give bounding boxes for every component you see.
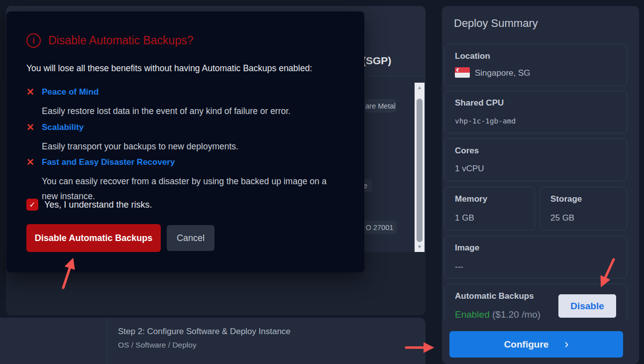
- chip-iso-27001-label: O 27001: [366, 224, 394, 232]
- configure-button[interactable]: Configure ›: [449, 331, 623, 358]
- image-value: ---: [455, 262, 463, 272]
- location-label: Location: [455, 51, 490, 61]
- cancel-button[interactable]: Cancel: [167, 225, 215, 251]
- chip-bare-metal-label: are Metal: [365, 102, 395, 110]
- step-footer: Step 2: Configure Software & Deploy Inst…: [0, 318, 426, 364]
- benefit-item: ✕ Fast and Easy Disaster Recovery You ca…: [26, 156, 345, 204]
- cores-card: Cores 1 vCPU: [444, 138, 627, 181]
- benefit-description: Easily transport your backups to new dep…: [42, 139, 345, 154]
- deploy-summary-title: Deploy Summary: [454, 17, 538, 30]
- image-card: Image ---: [444, 236, 627, 278]
- backups-price: ($1.20 /mo): [492, 309, 540, 320]
- benefit-title: Peace of Mind: [42, 87, 99, 97]
- benefit-item: ✕ Peace of Mind Easily restore lost data…: [26, 86, 345, 119]
- backups-label: Automatic Backups: [455, 291, 534, 301]
- storage-card: Storage 25 GB: [540, 187, 627, 231]
- x-icon: ✕: [26, 121, 35, 133]
- memory-label: Memory: [455, 194, 487, 204]
- memory-card: Memory 1 GB: [444, 187, 535, 231]
- backups-card-clip: Automatic Backups Enabled ($1.20 /mo) Di…: [444, 284, 627, 322]
- benefit-title: Scalability: [42, 122, 84, 132]
- scrollbar-thumb[interactable]: [417, 99, 423, 242]
- x-icon: ✕: [26, 86, 35, 98]
- storage-value: 25 GB: [550, 213, 574, 223]
- location-value: Singapore, SG: [475, 68, 531, 78]
- modal-intro-text: You will lose all these benefits without…: [26, 63, 312, 74]
- plan-label: Shared CPU: [455, 98, 504, 108]
- risk-checkbox-label: Yes, I understand the risks.: [44, 200, 152, 210]
- configure-button-label: Configure: [504, 339, 549, 350]
- backups-status: Enabled: [455, 309, 490, 320]
- plan-card: Shared CPU vhp-1c-1gb-amd: [444, 91, 627, 133]
- memory-value: 1 GB: [455, 213, 474, 223]
- benefit-title: Fast and Easy Disaster Recovery: [42, 157, 175, 167]
- backups-status-line: Enabled ($1.20 /mo): [455, 309, 540, 320]
- scroll-down-icon[interactable]: ▼: [415, 243, 425, 250]
- risk-checkbox[interactable]: ✓: [26, 199, 38, 211]
- benefit-item: ✕ Scalability Easily transport your back…: [26, 121, 345, 154]
- chevron-right-icon: ›: [564, 338, 568, 350]
- singapore-flag-icon: [455, 67, 470, 78]
- disable-backups-modal: i Disable Automatic Backups? You will lo…: [6, 11, 364, 272]
- modal-title: Disable Automatic Backups?: [48, 34, 194, 47]
- cores-label: Cores: [455, 146, 479, 156]
- location-card: Location Singapore, SG: [444, 44, 627, 86]
- scrollbar-track[interactable]: ▲ ▼: [415, 83, 425, 252]
- footer-divider: [107, 318, 107, 364]
- image-label: Image: [455, 243, 479, 253]
- disable-backups-confirm-button[interactable]: Disable Automatic Backups: [26, 224, 161, 252]
- deploy-summary-panel: Deploy Summary Location Singapore, SG Sh…: [442, 6, 639, 364]
- risk-acknowledge-row: ✓ Yes, I understand the risks.: [26, 199, 152, 211]
- backups-card: Automatic Backups Enabled ($1.20 /mo) Di…: [444, 284, 627, 322]
- chip-bare-metal[interactable]: are Metal: [365, 99, 396, 113]
- info-icon: i: [26, 33, 41, 48]
- chip-iso-27001[interactable]: O 27001: [362, 221, 397, 234]
- step-subtitle: OS / Software / Deploy: [118, 341, 197, 350]
- cores-value: 1 vCPU: [455, 164, 484, 174]
- disable-backups-sidebar-button[interactable]: Disable: [558, 294, 616, 318]
- modal-header: i Disable Automatic Backups?: [26, 33, 194, 48]
- storage-label: Storage: [550, 194, 582, 204]
- x-icon: ✕: [26, 156, 35, 168]
- scroll-up-icon[interactable]: ▲: [415, 84, 425, 91]
- plan-value: vhp-1c-1gb-amd: [455, 117, 516, 125]
- location-header-text: (SGP): [362, 55, 391, 67]
- deploy-page: (SGP) are Metal e O 27001 ▲ ▼ Step 2: Co…: [0, 0, 644, 364]
- step-title: Step 2: Configure Software & Deploy Inst…: [118, 327, 291, 337]
- benefit-description: Easily restore lost data in the event of…: [42, 104, 345, 119]
